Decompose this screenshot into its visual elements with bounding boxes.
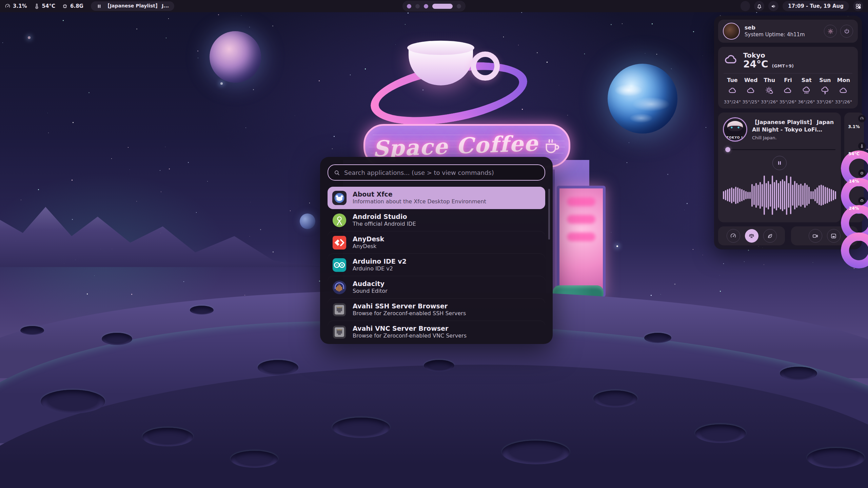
volume-button[interactable] bbox=[768, 1, 778, 11]
waveform-bar bbox=[821, 185, 822, 206]
waveform-bar bbox=[814, 189, 816, 201]
waveform-bar bbox=[731, 187, 732, 203]
clock[interactable]: 17:09 - Tue, 19 Aug bbox=[783, 1, 849, 11]
waveform-bar bbox=[755, 183, 757, 208]
system-stat: 6.8G bbox=[62, 3, 83, 9]
scrollbar-thumb[interactable] bbox=[548, 189, 550, 240]
waveform-bar bbox=[818, 185, 820, 205]
moon-crater bbox=[332, 418, 390, 438]
forecast-day-name: Mon bbox=[837, 77, 850, 83]
power-profile-group bbox=[718, 226, 785, 245]
screenshot-button[interactable] bbox=[827, 229, 841, 243]
moon-crater bbox=[644, 333, 671, 343]
waveform-bar bbox=[776, 180, 777, 210]
app-description: Browse for Zeroconf-enabled VNC Servers bbox=[353, 332, 467, 340]
search-bar[interactable] bbox=[328, 164, 545, 181]
system-stat: 54°C bbox=[34, 3, 55, 9]
album-art-text: TOKYO L bbox=[724, 136, 746, 139]
forecast-day: Wed 35°/25° bbox=[742, 77, 760, 104]
arduino-icon bbox=[332, 257, 347, 273]
app-name: AnyDesk bbox=[353, 235, 384, 243]
notifications-button[interactable] bbox=[754, 1, 764, 11]
forecast-temps: 33°/26° bbox=[816, 99, 833, 104]
top-panel: 3.1% 54°C 6.8G 【Japanese Playlist】 J... … bbox=[0, 0, 868, 12]
weather-city: Tokyo bbox=[743, 52, 794, 59]
progress-knob[interactable] bbox=[725, 147, 730, 152]
app-description: Browse for Zeroconf-enabled SSH Servers bbox=[353, 310, 466, 317]
screen-record-button[interactable] bbox=[809, 229, 822, 243]
workspace-1[interactable] bbox=[407, 4, 411, 8]
progress-slider[interactable] bbox=[724, 147, 835, 152]
waveform-bar bbox=[778, 183, 779, 208]
search-input[interactable] bbox=[343, 169, 539, 177]
shop-window bbox=[557, 186, 606, 297]
now-playing-pill[interactable]: 【Japanese Playlist】 J... bbox=[91, 1, 174, 11]
power-button[interactable] bbox=[840, 25, 853, 38]
gauge-icon bbox=[730, 233, 736, 239]
album-art: TOKYO L bbox=[723, 117, 747, 142]
forecast-row: Tue 33°/24° Wed 35°/25° Thu 33°/26° Fri … bbox=[724, 77, 852, 104]
waveform-bar bbox=[760, 182, 761, 209]
weather-temp: 24°C bbox=[743, 59, 768, 70]
moon-crater bbox=[695, 424, 746, 443]
app-list-item-anydesk[interactable]: AnyDesk AnyDesk bbox=[328, 231, 545, 254]
moon-crater bbox=[190, 306, 214, 314]
system-tray: 17:09 - Tue, 19 Aug bbox=[741, 1, 863, 11]
power-profile-power-saver-button[interactable] bbox=[763, 229, 777, 243]
waveform-bar bbox=[782, 179, 783, 211]
moon-crater bbox=[20, 326, 44, 335]
power-profile-performance-button[interactable] bbox=[727, 229, 740, 243]
forecast-day: Tue 33°/24° bbox=[724, 77, 741, 104]
forecast-temps: 33°/26° bbox=[835, 99, 852, 104]
forecast-day-name: Fri bbox=[784, 77, 792, 83]
workspace-4-active[interactable] bbox=[432, 4, 453, 9]
app-list-item-about-xfce[interactable]: About Xfce Information about the Xfce De… bbox=[328, 187, 545, 209]
power-profile-balanced-button[interactable] bbox=[745, 229, 758, 243]
system-gauge: 24% bbox=[844, 199, 864, 218]
waveform-bar bbox=[786, 176, 787, 215]
system-gauge: 14% bbox=[844, 171, 864, 191]
media-player-card: TOKYO L 【Japanese Playlist】 Japan All Ni… bbox=[718, 113, 841, 222]
settings-button[interactable] bbox=[824, 25, 837, 38]
system-uptime: System Uptime: 4h11m bbox=[745, 32, 805, 38]
app-list-item-avahi-ssh-server-browser[interactable]: Avahi SSH Server Browser Browse for Zero… bbox=[328, 299, 545, 321]
drive-icon bbox=[858, 197, 866, 204]
gauge-icon bbox=[5, 3, 11, 9]
divider bbox=[724, 73, 852, 74]
waveform-bar bbox=[829, 188, 830, 202]
forecast-day-name: Wed bbox=[744, 77, 757, 83]
workspace-2[interactable] bbox=[415, 4, 420, 8]
app-list-item-android-studio[interactable]: Android Studio The official Android IDE bbox=[328, 209, 545, 231]
waveform-bar bbox=[737, 187, 738, 203]
waveform-bar bbox=[770, 184, 771, 207]
screenshot-icon bbox=[830, 233, 837, 239]
app-name: Avahi VNC Server Browser bbox=[353, 325, 467, 333]
system-gauge: 3.1% bbox=[844, 117, 864, 136]
network-icon bbox=[332, 302, 347, 318]
forecast-day: Sun 33°/26° bbox=[816, 77, 834, 104]
play-pause-button[interactable] bbox=[772, 156, 787, 170]
moon-crater bbox=[807, 448, 865, 468]
app-grid-button[interactable] bbox=[853, 1, 863, 11]
workspace-3[interactable] bbox=[424, 4, 428, 8]
waveform-bar bbox=[751, 184, 753, 207]
workspace-switcher bbox=[402, 1, 466, 12]
weather-timezone: (GMT+9) bbox=[772, 63, 794, 68]
waveform-bar bbox=[735, 187, 736, 204]
app-list-item-arduino-ide-v2[interactable]: Arduino IDE v2 Arduino IDE v2 bbox=[328, 254, 545, 276]
moon-crater bbox=[593, 390, 637, 407]
audacity-icon bbox=[332, 280, 347, 295]
waveform-bar bbox=[796, 183, 797, 208]
forecast-day-name: Sun bbox=[819, 77, 831, 83]
waveform-bar bbox=[784, 181, 785, 209]
waveform-bar bbox=[808, 187, 810, 204]
app-list-item-audacity[interactable]: Audacity Sound Editor bbox=[328, 276, 545, 299]
app-name: Arduino IDE v2 bbox=[353, 258, 407, 266]
thermometer-icon bbox=[34, 3, 40, 9]
workspace-5[interactable] bbox=[457, 4, 461, 8]
waveform-bar bbox=[727, 189, 728, 201]
app-list: About Xfce Information about the Xfce De… bbox=[328, 187, 545, 343]
app-list-item-avahi-vnc-server-browser[interactable]: Avahi VNC Server Browser Browse for Zero… bbox=[328, 321, 545, 343]
waveform-bar bbox=[753, 186, 755, 205]
clock-label: 17:09 - Tue, 19 Aug bbox=[788, 3, 844, 9]
